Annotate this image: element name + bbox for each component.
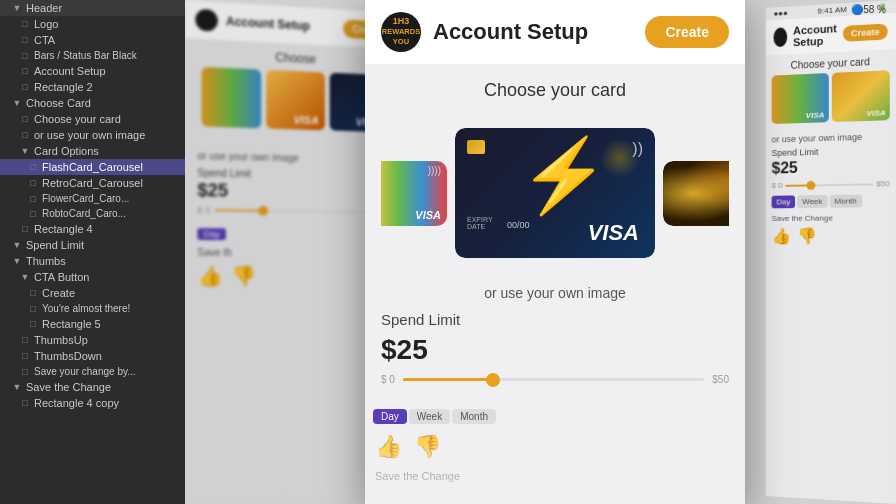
layer-icon: □ <box>28 209 38 219</box>
back-thumbs-up[interactable]: 👍 <box>772 227 792 246</box>
chip-icon <box>467 140 485 154</box>
spend-amount: $25 <box>381 334 729 366</box>
back-panel-title: Account Setup <box>793 22 837 48</box>
mid-panel-title: Account Setup <box>226 14 335 34</box>
card-rainbow[interactable]: )))) VISA <box>381 161 447 226</box>
slider-container: $ 0 $50 <box>381 374 729 385</box>
layer-icon: □ <box>28 304 38 314</box>
sidebar-item-retrocard[interactable]: □ RetroCard_Carousel <box>0 175 185 191</box>
back-logo <box>774 27 788 47</box>
slider-fill <box>403 378 493 381</box>
back-spend-limit: Spend Limit <box>772 145 890 158</box>
tab-day[interactable]: Day <box>373 409 407 424</box>
back-month-tab[interactable]: Month <box>829 194 862 207</box>
layer-icon: □ <box>20 35 30 45</box>
sidebar-item-choose-card-group[interactable]: ▼ Choose Card <box>0 95 185 111</box>
layer-icon: □ <box>20 335 30 345</box>
panel-body: Choose your card )))) VISA )) ⚡ <box>365 64 745 401</box>
back-panel-body: Choose your card VISA VISA or use your o… <box>766 49 896 251</box>
sidebar-item-bars[interactable]: □ Bars / Status Bar Black <box>0 48 185 63</box>
layer-icon: □ <box>20 51 30 61</box>
thumbs-row: 👍 👎 <box>365 428 745 466</box>
sidebar-item-use-own-image[interactable]: □ or use your own image <box>0 127 185 143</box>
layer-icon: □ <box>20 224 30 234</box>
chevron-down-icon: ▼ <box>12 98 22 108</box>
thumbs-up-icon[interactable]: 👍 <box>375 434 402 460</box>
slider-track[interactable] <box>403 378 704 381</box>
sidebar-item-almost-there[interactable]: □ You're almost there! <box>0 301 185 316</box>
layer-icon: □ <box>28 178 38 188</box>
layer-icon: □ <box>28 162 38 172</box>
sidebar-item-save-change[interactable]: ▼ Save the Change <box>0 379 185 395</box>
back-or-use: or use your own image <box>772 131 890 144</box>
sidebar-item-cta-button[interactable]: ▼ CTA Button <box>0 269 185 285</box>
day-tab-mid[interactable]: Day <box>197 228 226 240</box>
panel-title: Account Setup <box>433 19 633 45</box>
canvas-area: Account Setup Create Choose VISA VISA or… <box>185 0 896 504</box>
card-flash-main[interactable]: )) ⚡ EXPIRYDATE 00/00 VISA <box>455 128 655 258</box>
back-day-tab[interactable]: Day <box>772 195 796 208</box>
chevron-down-icon: ▼ <box>12 256 22 266</box>
sidebar-item-create[interactable]: □ Create <box>0 285 185 301</box>
layer-icon: □ <box>28 288 38 298</box>
wifi-icon: )) <box>632 140 643 158</box>
layer-icon: □ <box>20 114 30 124</box>
chevron-down-icon: ▼ <box>20 146 30 156</box>
flash-figure: ⚡ <box>519 133 609 218</box>
sidebar-item-card-options[interactable]: ▼ Card Options <box>0 143 185 159</box>
sidebar-item-spend-limit[interactable]: ▼ Spend Limit <box>0 237 185 253</box>
chevron-down-icon: ▼ <box>12 382 22 392</box>
or-use-image-text: or use your own image <box>381 285 729 301</box>
cards-carousel: )))) VISA )) ⚡ EXPIRYDATE 00/00 VISA <box>381 113 729 273</box>
expiry-value: 00/00 <box>507 220 530 230</box>
logo-text: 1H3REWARDS YOU <box>381 17 421 47</box>
slider-thumb[interactable] <box>486 373 500 387</box>
sidebar-item-save-change-by[interactable]: □ Save your change by... <box>0 364 185 379</box>
create-button[interactable]: Create <box>645 16 729 48</box>
layer-icon: □ <box>20 351 30 361</box>
tab-month[interactable]: Month <box>452 409 496 424</box>
save-change-text: Save the Change <box>365 466 745 486</box>
visa-logo-main: VISA <box>588 220 639 246</box>
sidebar-item-flowercard[interactable]: □ FlowerCard_Caro... <box>0 191 185 206</box>
slider-min-label: $ 0 <box>381 374 395 385</box>
sidebar-item-cta[interactable]: □ CTA <box>0 32 185 48</box>
back-thumbs-down[interactable]: 👎 <box>797 227 817 246</box>
right-back-panel: ●●● 9:41 AM 🔋 Account Setup Create Choos… <box>766 0 896 504</box>
sidebar-item-rectangle4copy[interactable]: □ Rectangle 4 copy <box>0 395 185 411</box>
slider-max-label: $50 <box>712 374 729 385</box>
tab-week[interactable]: Week <box>409 409 450 424</box>
sidebar-item-choose-your-card[interactable]: □ Choose your card <box>0 111 185 127</box>
layer-icon: □ <box>28 194 38 204</box>
sidebar-item-rectangle2[interactable]: □ Rectangle 2 <box>0 79 185 95</box>
layer-icon: □ <box>28 319 38 329</box>
sidebar: ▼ Header □ Logo □ CTA □ Bars / Status Ba… <box>0 0 185 504</box>
sidebar-item-robtocard[interactable]: □ RobtoCard_Caro... <box>0 206 185 221</box>
layer-icon: □ <box>20 66 30 76</box>
sidebar-item-thumbsup[interactable]: □ ThumbsUp <box>0 332 185 348</box>
chevron-down-icon: ▼ <box>20 272 30 282</box>
thumbs-down-icon[interactable]: 👎 <box>414 434 441 460</box>
layer-icon: □ <box>20 398 30 408</box>
sidebar-item-account-setup[interactable]: □ Account Setup <box>0 63 185 79</box>
expiry-label: EXPIRYDATE <box>467 216 493 230</box>
logo-circle: 1H3REWARDS YOU <box>381 12 421 52</box>
back-create-button[interactable]: Create <box>843 23 888 41</box>
tab-row: Day Week Month <box>365 405 745 428</box>
choose-card-title: Choose your card <box>381 80 729 101</box>
sidebar-item-logo[interactable]: □ Logo <box>0 16 185 32</box>
sidebar-item-thumbsdown[interactable]: □ ThumbsDown <box>0 348 185 364</box>
card-bokeh[interactable]: )))) VISA <box>663 161 729 226</box>
layer-icon: □ <box>20 82 30 92</box>
sidebar-item-rectangle4[interactable]: □ Rectangle 4 <box>0 221 185 237</box>
sidebar-item-thumbs[interactable]: ▼ Thumbs <box>0 253 185 269</box>
back-save-change: Save the Change <box>772 213 890 223</box>
spend-limit-title: Spend Limit <box>381 311 729 328</box>
back-week-tab[interactable]: Week <box>797 195 827 208</box>
chevron-down-icon: ▼ <box>12 240 22 250</box>
panel-header: 1H3REWARDS YOU Account Setup Create <box>365 0 745 64</box>
sidebar-item-flashcard[interactable]: □ FlashCard_Carousel <box>0 159 185 175</box>
sidebar-item-header[interactable]: ▼ Header <box>0 0 185 16</box>
back-choose-card: Choose your card <box>772 55 890 71</box>
sidebar-item-rectangle5[interactable]: □ Rectangle 5 <box>0 316 185 332</box>
